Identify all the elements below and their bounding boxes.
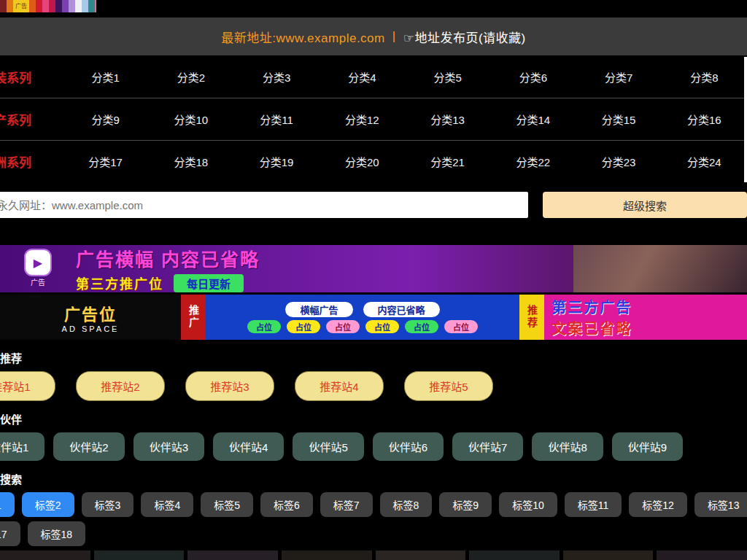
ad2-middle-block: 横幅广告 内容已省略 占位 占位 占位 占位 占位 占位: [206, 295, 519, 340]
strip-color-block: [75, 0, 82, 12]
ad2-brand-block: 广告位 AD SPACE: [0, 295, 181, 340]
hot-tag[interactable]: 标签3: [82, 492, 134, 517]
hot-tag[interactable]: 标签6: [260, 492, 313, 517]
partner-button[interactable]: 伙伴站9: [612, 432, 683, 461]
recommend-heading: 推荐: [0, 350, 747, 365]
hot-tag-highlighted[interactable]: 标签2: [22, 492, 74, 517]
partner-button[interactable]: 伙伴站7: [452, 432, 523, 461]
partner-button[interactable]: 伙伴站3: [133, 432, 204, 461]
hot-tag[interactable]: 标签4: [141, 492, 193, 517]
ad2-chip: 占位: [405, 320, 438, 333]
thumbnail-placeholder[interactable]: [657, 551, 747, 560]
recommend-pill-row: 推荐站1 推荐站2 推荐站3 推荐站4 推荐站5: [0, 371, 747, 401]
nav-link[interactable]: 分类14: [490, 112, 576, 127]
strip-color-block: [82, 0, 88, 12]
hot-tag[interactable]: 标签17: [0, 521, 20, 546]
ad2-chip: 占位: [365, 320, 399, 333]
nav-link[interactable]: 分类7: [576, 69, 662, 85]
partner-row: 伙伴站1 伙伴站2 伙伴站3 伙伴站4 伙伴站5 伙伴站6 伙伴站7 伙伴站8 …: [0, 432, 747, 461]
partner-button[interactable]: 伙伴站6: [373, 432, 444, 461]
ad2-pill: 横幅广告: [285, 302, 352, 317]
nav-link[interactable]: 分类6: [490, 69, 576, 85]
partner-button[interactable]: 伙伴站4: [213, 432, 284, 461]
notice-bar: 最新地址:www.example.com | ☞地址发布页(请收藏): [0, 18, 747, 55]
ad-brand-block: ▶ 广告: [0, 250, 76, 287]
partner-button[interactable]: 伙伴站1: [0, 432, 44, 461]
nav-link[interactable]: 分类2: [148, 69, 233, 85]
category-nav: 装系列 分类1 分类2 分类3 分类4 分类5 分类6 分类7 分类8 产系列 …: [0, 55, 747, 182]
strip-color-block: [69, 0, 75, 12]
nav-link[interactable]: 分类10: [148, 112, 233, 127]
nav-row-1: 装系列 分类1 分类2 分类3 分类4 分类5 分类6 分类7 分类8: [0, 55, 747, 98]
thumbnail-placeholder[interactable]: [187, 551, 278, 560]
hot-tag[interactable]: 标签13: [694, 492, 747, 517]
nav-link[interactable]: 分类18: [148, 154, 233, 169]
thumbnail-placeholder[interactable]: [94, 551, 185, 560]
search-button[interactable]: 超级搜索: [543, 192, 747, 218]
recommend-pill[interactable]: 推荐站4: [295, 371, 384, 401]
thumbnail-placeholder[interactable]: [376, 551, 466, 560]
ad-banner-secondary[interactable]: 广告位 AD SPACE 推广 横幅广告 内容已省略 占位 占位 占位 占位 占…: [0, 295, 747, 340]
nav-row-2: 产系列 分类9 分类10 分类11 分类12 分类13 分类14 分类15 分类…: [0, 98, 747, 140]
strip-color-block: [36, 0, 42, 12]
recommend-pill[interactable]: 推荐站2: [76, 371, 165, 401]
thumbnail-placeholder[interactable]: [282, 551, 372, 560]
hot-tag[interactable]: 标签5: [201, 492, 253, 517]
hot-tag[interactable]: 标签8: [380, 492, 433, 517]
nav-link[interactable]: 分类3: [234, 69, 320, 85]
recommend-pill[interactable]: 推荐站5: [404, 371, 493, 401]
strip-color-block: [7, 0, 13, 12]
address-publish-link[interactable]: ☞地址发布页(请收藏): [403, 28, 526, 46]
nav-link[interactable]: 分类1: [63, 69, 148, 85]
hot-tag[interactable]: 标签10: [499, 492, 557, 517]
hot-tag[interactable]: 标签11: [565, 492, 622, 517]
partners-heading: 伙伴: [0, 411, 747, 427]
hot-tag[interactable]: 标签12: [629, 492, 687, 517]
nav-link[interactable]: 分类22: [490, 154, 576, 169]
hot-tag[interactable]: 标签9: [439, 492, 492, 517]
ad2-right-block: 第三方广告 文案已省略: [544, 295, 747, 340]
nav-link[interactable]: 分类4: [320, 69, 405, 85]
scrollbar[interactable]: [744, 57, 747, 182]
latest-address-text[interactable]: 最新地址:www.example.com: [221, 28, 384, 46]
thumbnail-placeholder[interactable]: [0, 551, 90, 560]
nav-link[interactable]: 分类11: [234, 112, 320, 127]
nav-link[interactable]: 分类16: [662, 112, 747, 127]
nav-link[interactable]: 分类12: [320, 112, 405, 127]
nav-link[interactable]: 分类20: [320, 154, 405, 169]
strip-color-block: [0, 0, 7, 12]
nav-link[interactable]: 分类24: [662, 154, 747, 169]
strip-color-block: [88, 0, 95, 12]
strip-label: 广告: [13, 0, 29, 12]
partner-button[interactable]: 伙伴站2: [53, 432, 124, 461]
nav-link[interactable]: 分类9: [63, 112, 148, 127]
hot-tag-row-2: 标签17 标签18: [0, 521, 747, 546]
nav-link[interactable]: 分类17: [63, 154, 148, 169]
nav-link[interactable]: 分类8: [662, 69, 747, 85]
ad-text-block: 广告横幅 内容已省略 第三方推广位 每日更新: [76, 245, 573, 292]
ad2-chip: 占位: [326, 320, 360, 333]
nav-link[interactable]: 分类5: [405, 69, 490, 85]
nav-link[interactable]: 分类15: [576, 112, 662, 127]
nav-link[interactable]: 分类13: [405, 112, 490, 127]
ad-banner-primary[interactable]: ▶ 广告 广告横幅 内容已省略 第三方推广位 每日更新: [0, 245, 747, 292]
nav-link[interactable]: 分类19: [234, 154, 320, 169]
thumbnail-placeholder[interactable]: [563, 551, 654, 560]
ad2-chip: 占位: [247, 320, 281, 333]
partner-button[interactable]: 伙伴站8: [532, 432, 603, 461]
hot-tag[interactable]: 标签7: [320, 492, 373, 517]
nav-link[interactable]: 分类21: [405, 154, 490, 169]
recommend-pill[interactable]: 推荐站3: [185, 371, 274, 401]
ad2-chip: 占位: [287, 320, 320, 333]
hot-tag-highlighted[interactable]: 标签1: [0, 492, 15, 517]
ad2-left-tab: 推广: [181, 295, 206, 340]
nav-link[interactable]: 分类23: [576, 154, 662, 169]
hot-tag[interactable]: 标签18: [28, 521, 86, 546]
partner-button[interactable]: 伙伴站5: [293, 432, 363, 461]
hot-tag-row-1: 标签1 标签2 标签3 标签4 标签5 标签6 标签7 标签8 标签9 标签10…: [0, 492, 747, 517]
top-ad-strip: 广告: [0, 0, 96, 12]
search-input[interactable]: [0, 192, 528, 218]
thumbnail-placeholder[interactable]: [469, 551, 560, 560]
ad-headline: 广告横幅 内容已省略: [76, 245, 573, 271]
recommend-pill[interactable]: 推荐站1: [0, 371, 55, 401]
